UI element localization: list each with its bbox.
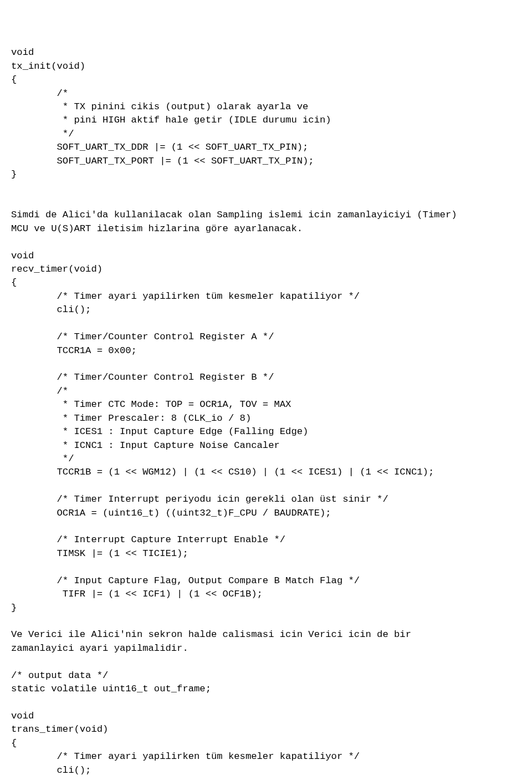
code-document: void tx_init(void) { /* * TX pinini ciki… [11,46,521,780]
code-text: void tx_init(void) { /* * TX pinini ciki… [11,47,457,780]
